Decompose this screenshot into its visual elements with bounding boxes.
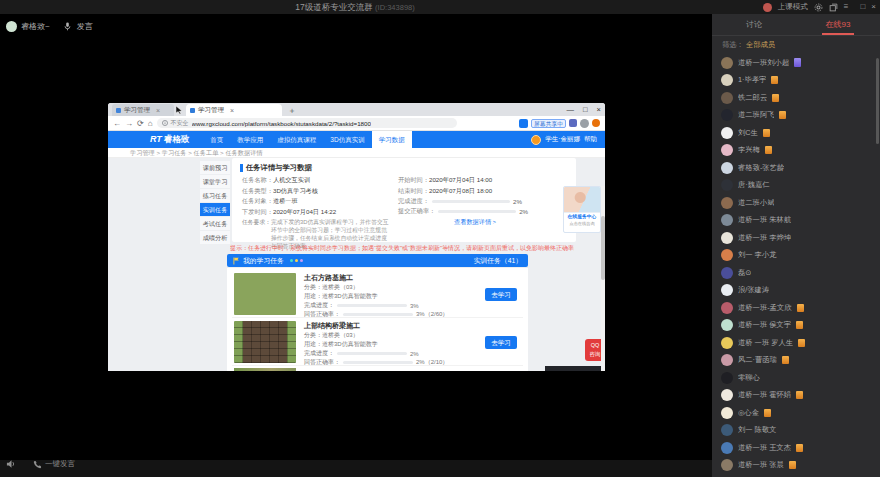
page-scrollbar[interactable]	[601, 186, 605, 371]
member-row[interactable]: 道桥一班 侯文宇	[712, 317, 876, 335]
task-type-menu-item[interactable]: 课堂学习	[200, 175, 230, 189]
card-title: 土石方路基施工	[304, 273, 448, 283]
member-row[interactable]: 道桥一班 张晨	[712, 457, 876, 475]
member-row[interactable]: 睿格致-张艺龄	[712, 159, 876, 177]
member-name: 刘一 李小龙	[738, 250, 777, 260]
tab-close-icon[interactable]: ×	[230, 107, 234, 114]
member-row[interactable]: 磊⊙	[712, 264, 876, 282]
card-progress-track	[337, 352, 407, 355]
help-link[interactable]: 帮助	[584, 135, 597, 144]
page-scrollbar-thumb[interactable]	[601, 216, 605, 280]
member-name: 1·毕孝宇	[738, 75, 766, 85]
browser-minimize-icon[interactable]: —	[567, 103, 575, 116]
member-row[interactable]: 刘一 陈敬文	[712, 422, 876, 440]
user-avatar	[763, 3, 772, 12]
card-accuracy-label: 回答正确率：	[304, 358, 340, 367]
popout-window-icon[interactable]	[829, 3, 838, 12]
member-row[interactable]: 李兴梅	[712, 142, 876, 160]
member-row[interactable]: ◎心金	[712, 404, 876, 422]
browser-close-icon[interactable]: ×	[597, 103, 601, 116]
card-usage-value: 道桥3D仿真智能教学	[322, 293, 378, 299]
new-tab-button[interactable]: ＋	[288, 105, 296, 116]
member-row[interactable]: 刘C生	[712, 124, 876, 142]
member-badge	[782, 356, 789, 364]
browser-profile-avatar[interactable]	[580, 119, 589, 128]
task-type-menu-item[interactable]: 成绩分析	[200, 231, 230, 245]
detail-field: 开始时间：2020年07月04日 14:00	[398, 175, 568, 186]
maximize-icon[interactable]: □	[860, 0, 865, 14]
member-row[interactable]: 道二班阿飞	[712, 107, 876, 125]
service-agent-photo	[564, 187, 600, 213]
back-icon[interactable]: ←	[113, 119, 121, 128]
member-avatar	[721, 214, 733, 226]
page-content: 课前预习课堂学习练习任务实训任务考试任务成绩分析 任务详情与学习数据 任务名称：…	[108, 158, 605, 371]
progress-track	[438, 210, 516, 213]
member-row[interactable]: 刘一 李小龙	[712, 247, 876, 265]
member-row[interactable]: 道桥一班 王文杰	[712, 439, 876, 457]
go-study-button[interactable]: 去学习	[485, 336, 517, 349]
member-row[interactable]: 浪/张建涛	[712, 282, 876, 300]
site-logo[interactable]: RT 睿格致	[150, 134, 189, 146]
site-nav-item[interactable]: 学习数据	[372, 131, 412, 148]
member-row[interactable]: 道桥一班 李烨坤	[712, 229, 876, 247]
tab-favicon	[116, 108, 121, 113]
forward-icon[interactable]: →	[125, 119, 133, 128]
site-nav-item[interactable]: 虚拟仿真课程	[270, 131, 323, 148]
url-field[interactable]: 不安全 www.rgxcloud.com/platform/taskbook/s…	[157, 118, 457, 128]
card-thumbnail[interactable]	[234, 273, 296, 315]
refresh-icon[interactable]: ⟳	[137, 119, 144, 128]
member-row[interactable]: 1·毕孝宇	[712, 72, 876, 90]
member-badge	[763, 129, 770, 137]
browser-tab-inactive[interactable]: 学习管理 ×	[112, 104, 174, 116]
speaker-icon[interactable]	[6, 459, 17, 469]
member-avatar	[721, 389, 733, 401]
member-row[interactable]: 道二班小斌	[712, 194, 876, 212]
member-avatar	[721, 144, 733, 156]
member-avatar	[721, 92, 733, 104]
task-type-menu-item[interactable]: 考试任务	[200, 217, 230, 231]
browser-maximize-icon[interactable]: □	[583, 103, 588, 116]
site-nav-item[interactable]: 首页	[203, 131, 230, 148]
member-row[interactable]: 铁二郎云	[712, 89, 876, 107]
online-service-widget[interactable]: 在线服务中心 点击在线咨询	[563, 186, 601, 233]
card-title: 上部结构桥梁施工	[304, 321, 448, 331]
close-icon[interactable]: ×	[871, 0, 876, 14]
member-row[interactable]: 道桥一班 霍怀娟	[712, 387, 876, 405]
sidebar-tab[interactable]: 讨论	[712, 14, 796, 35]
member-row[interactable]: 零聊心	[712, 369, 876, 387]
member-row[interactable]: 道桥 一班 罗人生	[712, 334, 876, 352]
member-row[interactable]: 唐·魏嘉仁	[712, 177, 876, 195]
card-accuracy-track	[343, 313, 413, 316]
member-row[interactable]: 道桥一班刘小超	[712, 54, 876, 72]
card-progress-label: 完成进度：	[304, 301, 334, 310]
sidebar-tab[interactable]: 在线93	[796, 14, 880, 35]
task-type-menu-item[interactable]: 练习任务	[200, 189, 230, 203]
cast-extension-icon[interactable]	[519, 119, 528, 128]
card-progress-percent: 2%	[410, 351, 419, 357]
home-icon[interactable]: ⌂	[148, 119, 153, 128]
group-title: 17级道桥专业交流群 (ID:343898)	[0, 0, 710, 14]
browser-tab-active[interactable]: 学习管理 ×	[186, 104, 282, 116]
task-type-menu-item[interactable]: 课前预习	[200, 161, 230, 175]
browser-menu-badge[interactable]	[592, 119, 600, 127]
site-nav-item[interactable]: 教学应用	[230, 131, 270, 148]
menu-icon[interactable]: ≡	[844, 0, 849, 14]
tab-close-icon[interactable]: ×	[156, 107, 160, 114]
view-data-detail-link[interactable]: 查看数据详情＞	[398, 218, 568, 227]
site-nav-item[interactable]: 3D仿真实训	[323, 131, 371, 148]
member-row[interactable]: 风二·曹函瑞	[712, 352, 876, 370]
go-study-button[interactable]: 去学习	[485, 288, 517, 301]
browser-window-controls: — □ ×	[567, 103, 601, 116]
member-row[interactable]: 道桥一班-孟文欣	[712, 299, 876, 317]
card-thumbnail[interactable]	[234, 321, 296, 363]
breadcrumb: 学习管理 > 学习任务 > 任务工单 > 任务数据详情	[108, 148, 605, 158]
sidebar-scrollbar-thumb[interactable]	[876, 58, 879, 144]
member-filter[interactable]: 筛选： 全部成员	[712, 36, 880, 54]
task-type-menu-item[interactable]: 实训任务	[200, 203, 230, 217]
browser-tabstrip: 学习管理 × 学习管理 × ＋ — □ ×	[108, 103, 605, 116]
field-label: 任务对象：	[242, 197, 273, 204]
member-row[interactable]: 道桥一班 朱林航	[712, 212, 876, 230]
settings-gear-icon[interactable]	[814, 3, 823, 12]
one-key-speak-button[interactable]: 一键发言	[33, 459, 75, 469]
extension-icon[interactable]	[569, 119, 577, 127]
